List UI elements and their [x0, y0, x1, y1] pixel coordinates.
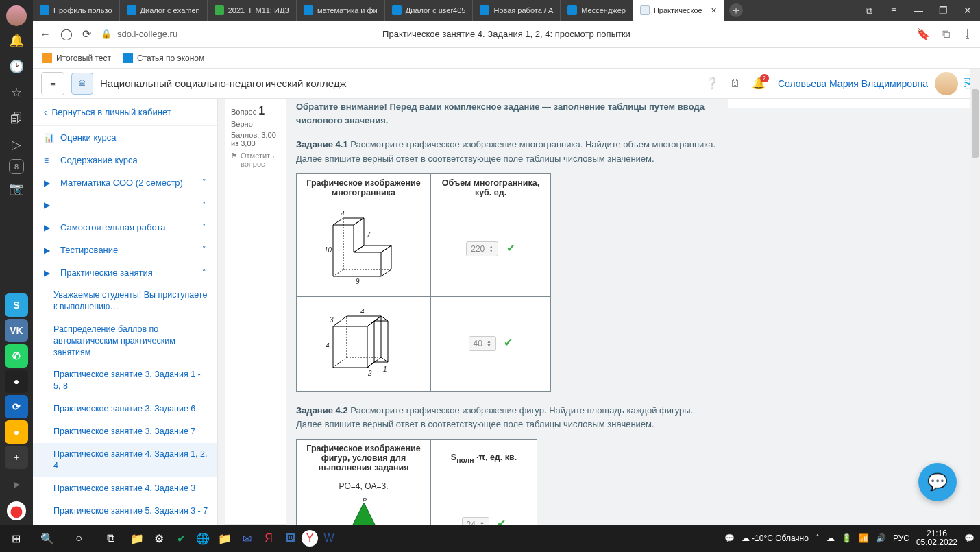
tray-wifi-icon[interactable]: 📶: [859, 533, 869, 543]
nav-home-icon[interactable]: ◯: [60, 27, 73, 40]
chat-fab-button[interactable]: 💬: [918, 463, 957, 501]
hamburger-button[interactable]: ≡: [41, 72, 64, 95]
nav-item[interactable]: ▶Практические занятия˄: [33, 261, 217, 284]
browser-tab[interactable]: математика и фи: [297, 0, 385, 21]
flag-question-link[interactable]: ⚑Отметить вопрос: [231, 152, 280, 168]
taskbar-app[interactable]: 📁: [214, 525, 236, 552]
start-button[interactable]: ⊞: [0, 525, 32, 552]
bookmark-item[interactable]: Итоговый тест: [42, 53, 111, 63]
sidebar-badge-icon[interactable]: 8: [9, 159, 24, 174]
taskbar-app[interactable]: Y: [302, 530, 318, 547]
taskbar-app[interactable]: Я: [258, 525, 280, 552]
sidebar-play-icon[interactable]: ▷: [5, 133, 28, 156]
subnav-item[interactable]: Практическое занятие 4. Задания 1, 2, 4: [33, 443, 217, 477]
browser-tab[interactable]: Мессенджер: [561, 0, 633, 21]
taskbar-app[interactable]: ⚙: [148, 525, 170, 552]
polyhedron-2-svg: 3 4 4 2 1: [316, 306, 412, 381]
subnav-item[interactable]: Практическое занятие 3. Задания 1 - 5, 8: [33, 363, 217, 398]
os-app-icon[interactable]: ●: [5, 370, 28, 393]
new-tab-button[interactable]: ＋: [724, 0, 748, 21]
answer-input-3[interactable]: 24▲▼: [462, 517, 489, 525]
calendar-icon[interactable]: 🗓: [730, 77, 741, 90]
scroll-thumb[interactable]: [972, 89, 979, 158]
nav-item-icon: ▶: [44, 223, 53, 232]
sidebar-clock-icon[interactable]: 🕑: [5, 55, 28, 78]
sidebar-yandex-icon[interactable]: ⬤: [7, 501, 26, 520]
nav-item[interactable]: ≡Содержание курса: [33, 149, 217, 171]
taskview-button[interactable]: ⧉: [95, 525, 126, 552]
nav-item[interactable]: ▶Самостоятельная работа˅: [33, 216, 217, 239]
tray-volume-icon[interactable]: 🔊: [876, 533, 886, 543]
browser-tab[interactable]: Диалог с user405: [385, 0, 474, 21]
notification-center-icon[interactable]: 💬: [964, 533, 975, 543]
subnav-item[interactable]: Распределение баллов по автоматическим п…: [33, 318, 217, 364]
extensions-icon[interactable]: ⧉: [942, 28, 950, 40]
browser-window: Профиль пользоДиалог с examen2021_I_M11:…: [33, 0, 980, 525]
subnav-item[interactable]: Практическое занятие 4. Задание 3: [33, 477, 217, 500]
sidebar-star-icon[interactable]: ☆: [5, 81, 28, 104]
nav-reload-icon[interactable]: ⟳: [82, 27, 91, 40]
sidebar-avatar[interactable]: [6, 5, 27, 26]
search-button[interactable]: 🔍: [32, 525, 63, 552]
tabs-icon[interactable]: ⧉: [857, 5, 881, 16]
download-icon[interactable]: ⭳: [962, 28, 973, 40]
maximize-button[interactable]: ❐: [931, 5, 955, 16]
user-name-link[interactable]: Соловьева Мария Владимировна: [778, 78, 928, 89]
taskbar-app[interactable]: 🖼: [280, 525, 302, 552]
task-41-text: Задание 4.1 Рассмотрите графическое изоб…: [296, 138, 718, 167]
back-to-dashboard-link[interactable]: ‹ Вернуться в личный кабинет: [33, 99, 217, 126]
user-avatar[interactable]: [935, 72, 958, 95]
os-app-icon[interactable]: ✆: [5, 344, 28, 368]
tray-onedrive-icon[interactable]: ☁: [826, 533, 835, 543]
cortana-button[interactable]: ○: [63, 525, 95, 552]
os-app-icon[interactable]: ●: [5, 420, 28, 444]
os-app-icon[interactable]: VK: [5, 319, 28, 342]
minimize-button[interactable]: —: [906, 5, 931, 16]
taskbar-app[interactable]: ✔: [170, 525, 192, 552]
cone-svg: P: [316, 492, 412, 525]
sidebar-more-icon[interactable]: ▸: [5, 472, 28, 496]
sidebar-clipboard-icon[interactable]: 🗐: [5, 107, 28, 130]
site-logo[interactable]: 🏛: [71, 73, 93, 95]
bookmark-icon[interactable]: 🔖: [916, 27, 930, 40]
taskbar-app[interactable]: 📁: [126, 525, 148, 552]
tray-chevron-icon[interactable]: ˄: [816, 533, 820, 543]
tray-battery-icon[interactable]: 🔋: [842, 533, 852, 543]
taskbar-app[interactable]: W: [318, 525, 340, 552]
tray-lang[interactable]: РУС: [893, 533, 909, 543]
os-app-icon[interactable]: ⟳: [5, 395, 28, 418]
nav-item[interactable]: ▶Математика СОО (2 семестр)˅: [33, 171, 217, 194]
nav-back-icon[interactable]: ←: [40, 28, 51, 40]
menu-icon[interactable]: ≡: [881, 5, 906, 16]
close-window-button[interactable]: ✕: [955, 5, 980, 16]
tab-close-icon[interactable]: ✕: [711, 6, 717, 15]
help-icon[interactable]: ❔: [705, 77, 719, 90]
taskbar-app[interactable]: ✉: [236, 525, 258, 552]
answer-input-1[interactable]: 220▲▼: [466, 241, 498, 256]
page-scrollbar[interactable]: [970, 69, 980, 525]
subnav-item[interactable]: Уважаемые студенты! Вы приступаете к вып…: [33, 284, 217, 318]
sidebar-camera-icon[interactable]: 📷: [5, 177, 28, 200]
browser-tab[interactable]: Практическое ✕: [633, 0, 724, 21]
browser-tab[interactable]: 2021_I_M11: ИДЗ: [208, 0, 297, 21]
nav-item[interactable]: ▶Тестирование˅: [33, 239, 217, 261]
taskbar-app[interactable]: 🌐: [192, 525, 214, 552]
sidebar-bell-icon[interactable]: 🔔: [5, 29, 28, 52]
subnav-item[interactable]: Практическое занятие 5. Задания 3 - 7: [33, 500, 217, 523]
nav-item[interactable]: ▶˅: [33, 194, 217, 216]
subnav-item[interactable]: Практическое занятие 3. Задание 7: [33, 420, 217, 443]
taskbar-clock[interactable]: 21:16 05.02.2022: [916, 529, 957, 547]
nav-item[interactable]: 📊Оценки курса: [33, 126, 217, 149]
notifications-icon[interactable]: 🔔2: [752, 77, 765, 90]
t1-fig-1: 4 7 10 9: [297, 202, 431, 296]
taskbar-weather[interactable]: ☁ -10°C Облачно: [742, 533, 809, 543]
subnav-item[interactable]: Практическое занятие 3. Задание 6: [33, 398, 217, 420]
answer-input-2[interactable]: 40▲▼: [469, 336, 496, 351]
taskbar-meet-icon[interactable]: 💬: [724, 533, 735, 543]
browser-tab[interactable]: Профиль пользо: [33, 0, 120, 21]
os-app-icon[interactable]: ＋: [5, 446, 28, 469]
os-app-icon[interactable]: S: [5, 293, 28, 317]
bookmark-item[interactable]: Статья по эконом: [123, 53, 204, 63]
browser-tab[interactable]: Новая работа / А: [473, 0, 561, 21]
browser-tab[interactable]: Диалог с examen: [120, 0, 208, 21]
